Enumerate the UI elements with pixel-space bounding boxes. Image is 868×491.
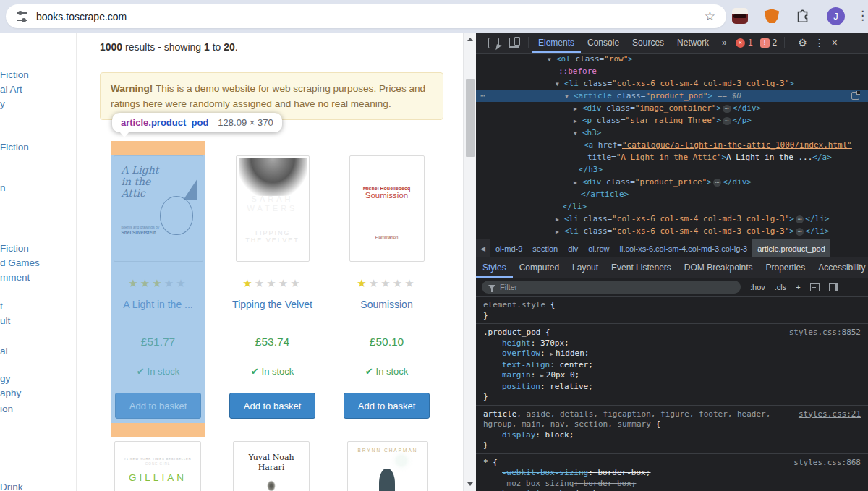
sidebar-category-link[interactable]: mment — [0, 272, 30, 283]
expand-arrow-icon[interactable]: ▼ — [556, 78, 564, 90]
browser-menu-icon[interactable]: ⋮ — [856, 8, 868, 23]
elements-tree-row[interactable]: </article> — [476, 188, 868, 200]
sidebar-category-link[interactable]: d Games — [0, 257, 40, 268]
elements-tree-row[interactable]: ::before — [476, 65, 868, 77]
sidebar-category-link[interactable]: Fiction — [0, 69, 29, 80]
styles-control[interactable]: .cls — [775, 283, 787, 291]
elements-tree-row[interactable]: ▼<li class="col-xs-6 col-sm-4 col-md-3 c… — [476, 77, 868, 90]
styles-tab-eventlisteners[interactable]: Event Listeners — [605, 257, 678, 278]
error-count[interactable]: 1 — [748, 38, 753, 48]
sidebar-category-link[interactable]: ion — [0, 404, 13, 414]
add-to-basket-button[interactable]: Add to basket — [115, 393, 201, 419]
elements-tree-row[interactable]: </h3> — [476, 163, 868, 176]
css-property[interactable]: margin: ▶20px 0; — [483, 370, 861, 382]
css-property[interactable]: height: 370px; — [483, 338, 861, 349]
product-cover-link[interactable]: Michel HouellebecqSoumissionFlammarion — [349, 155, 425, 262]
sidebar-category-link[interactable]: Fiction — [0, 142, 29, 153]
extensions-puzzle-icon[interactable] — [795, 8, 811, 24]
sidebar-category-link[interactable]: aphy — [0, 388, 21, 398]
more-tabs-icon[interactable]: » — [715, 33, 733, 53]
sidebar-category-link[interactable]: n — [0, 182, 6, 193]
scroll-into-view-icon[interactable] — [851, 92, 859, 100]
add-to-basket-button[interactable]: Add to basket — [344, 393, 430, 419]
expand-arrow-icon[interactable]: ▼ — [565, 90, 574, 103]
sidebar-category-link[interactable]: Drink — [0, 482, 23, 491]
collapsed-arrow-icon[interactable]: ▶ — [574, 103, 582, 115]
profile-avatar[interactable]: J — [827, 7, 845, 25]
rendering-toggle-icon[interactable] — [810, 283, 820, 291]
metamask-extension-icon[interactable] — [764, 8, 780, 24]
styles-tab-properties[interactable]: Properties — [760, 257, 812, 278]
sidebar-category-link[interactable]: gy — [0, 373, 10, 384]
stylesheet-source-link[interactable]: styles.css:8852 — [789, 328, 861, 338]
product-title-link[interactable]: Tipping the Velvet — [226, 299, 319, 310]
elements-tree-row[interactable]: title="A Light in the Attic">A Light in … — [476, 151, 868, 163]
collapsed-arrow-icon[interactable]: ▶ — [574, 176, 582, 189]
css-property[interactable]: overflow: ▶hidden; — [483, 349, 861, 360]
elements-tree-row[interactable]: ▼<ol class="row"> — [476, 53, 868, 65]
css-property[interactable]: position: relative; — [483, 382, 861, 393]
elements-tree-row[interactable]: <a href="catalogue/a-light-in-the-attic_… — [476, 139, 868, 151]
privacy-extension-icon[interactable] — [732, 8, 748, 24]
product-title-link[interactable]: Soumission — [340, 299, 433, 310]
scrollbar-thumb[interactable] — [466, 79, 475, 157]
elements-tree-row[interactable]: ▶<li class="col-xs-6 col-sm-4 col-md-3 c… — [476, 213, 868, 225]
styles-control[interactable]: + — [796, 283, 800, 291]
sidebar-category-link[interactable]: y — [0, 98, 5, 109]
breadcrumb-item[interactable]: article.product_pod — [752, 239, 830, 258]
collapsed-arrow-icon[interactable]: ▶ — [556, 226, 564, 238]
breadcrumb-item[interactable]: div — [563, 239, 583, 258]
filter-input[interactable]: Filter — [482, 281, 741, 294]
issues-icon[interactable]: ! — [760, 38, 770, 48]
css-property[interactable]: -webkit-box-sizing: border-box; — [483, 468, 861, 479]
elements-tree-row[interactable]: </li> — [476, 200, 868, 213]
breadcrumb-item[interactable]: section — [527, 239, 563, 258]
issues-count[interactable]: 2 — [773, 38, 778, 48]
collapsed-arrow-icon[interactable]: ▶ — [556, 213, 564, 226]
styles-tab-layout[interactable]: Layout — [566, 257, 605, 278]
expand-value-icon[interactable]: ▶ — [550, 351, 553, 357]
devtools-tab-sources[interactable]: Sources — [626, 33, 671, 53]
elements-tree-row[interactable]: ▶<div class="product_price">⋯</div> — [476, 176, 868, 188]
css-property[interactable]: text-align: center; — [483, 360, 861, 371]
breadcrumb-item[interactable]: li.col-xs-6.col-sm-4.col-md-3.col-lg-3 — [615, 239, 753, 258]
devtools-menu-icon[interactable]: ⋮ — [814, 37, 825, 48]
devtools-tab-elements[interactable]: Elements — [532, 33, 581, 53]
product-cover-link[interactable]: Yuval NoahHarari — [233, 441, 310, 491]
devtools-tab-network[interactable]: Network — [671, 33, 715, 53]
sidebar-category-link[interactable]: al — [0, 346, 8, 356]
site-settings-icon[interactable] — [17, 12, 27, 21]
computed-sidebar-toggle-icon[interactable] — [829, 283, 838, 291]
styles-tab-accessibility[interactable]: Accessibility — [812, 257, 868, 278]
address-bar[interactable]: books.toscrape.com ☆ — [6, 4, 726, 28]
sidebar-category-link[interactable]: t — [0, 301, 3, 312]
breadcrumb-item[interactable]: ol.row — [583, 239, 614, 258]
product-cover-link[interactable]: NEW YORK TIMES BESTSELLER#1 NEW YORK TIM… — [114, 441, 201, 491]
elements-tree-row[interactable]: ▶<p class="star-rating Three">⋯</p> — [476, 114, 868, 127]
scroll-down-arrow-icon[interactable] — [467, 482, 473, 486]
collapsed-arrow-icon[interactable]: ▶ — [574, 115, 582, 127]
breadcrumb-item[interactable]: ol-md-9 — [490, 239, 527, 258]
bookmark-star-icon[interactable]: ☆ — [705, 9, 715, 24]
row-gutter-dots-icon[interactable]: ⋯ — [480, 90, 486, 102]
devtools-tab-console[interactable]: Console — [581, 33, 626, 53]
devtools-close-icon[interactable]: × — [832, 37, 838, 48]
add-to-basket-button[interactable]: Add to basket — [229, 393, 315, 419]
elements-tree-row[interactable]: ▼<h3> — [476, 127, 868, 139]
css-property[interactable]: -moz-box-sizing: border-box; — [483, 479, 861, 490]
inspect-element-icon[interactable] — [488, 38, 499, 48]
css-property[interactable]: display: block; — [483, 430, 861, 441]
elements-tree-row-selected[interactable]: ▼<article class="product_pod"> == $0⋯ — [476, 90, 868, 102]
styles-tab-dombreakpoints[interactable]: DOM Breakpoints — [678, 257, 760, 278]
sidebar-category-link[interactable]: ult — [0, 315, 10, 326]
product-cover-link[interactable]: SARAHWATERSTIPPINGTHE VELVET — [236, 155, 310, 262]
elements-tree-row[interactable]: ▶<div class="image_container">⋯</div> — [476, 102, 868, 114]
expand-arrow-icon[interactable]: ▼ — [574, 127, 582, 140]
product-title-link[interactable]: A Light in the ... — [111, 299, 205, 310]
styles-tab-computed[interactable]: Computed — [513, 257, 566, 278]
styles-control[interactable]: :hov — [750, 283, 765, 291]
settings-gear-icon[interactable]: ⚙ — [798, 37, 807, 48]
expand-arrow-icon[interactable]: ▼ — [548, 54, 556, 66]
styles-tab-styles[interactable]: Styles — [476, 257, 513, 278]
sidebar-category-link[interactable]: al Art — [0, 84, 22, 95]
